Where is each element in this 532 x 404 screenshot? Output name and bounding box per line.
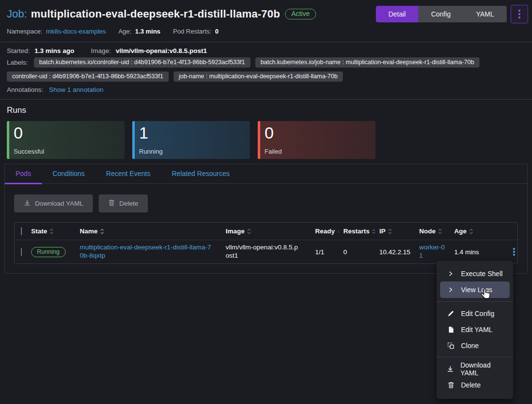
failed-count: 0 — [265, 124, 370, 142]
menu-divider — [437, 357, 513, 357]
tab-recent-events[interactable]: Recent Events — [95, 164, 161, 184]
delete-button[interactable]: Delete — [99, 194, 148, 212]
image-field: Image: vllm/vllm-openai:v0.8.5.post1 — [91, 47, 207, 54]
status-badge: Active — [285, 9, 316, 19]
sort-icon — [372, 228, 375, 234]
running-count: 1 — [139, 124, 244, 142]
tab-bar: Pods Conditions Recent Events Related Re… — [5, 164, 527, 184]
download-yaml-button[interactable]: Download YAML — [14, 194, 93, 212]
labels-caption: Labels: — [7, 59, 28, 66]
namespace-link[interactable]: mk8s-docs-examples — [46, 28, 106, 35]
pod-age: 1.4 mins — [452, 248, 490, 256]
pod-restarts-meta: Pod Restarts: 0 — [173, 28, 219, 35]
bulk-actions-toolbar: Download YAML Delete — [14, 194, 518, 212]
menu-item-clone[interactable]: Clone — [437, 337, 513, 353]
file-icon — [447, 326, 455, 333]
pencil-icon — [447, 310, 455, 317]
card-accent-bar — [132, 121, 135, 159]
column-header-restarts[interactable]: Restarts — [343, 228, 375, 235]
show-annotation-link[interactable]: Show 1 annotation — [49, 86, 104, 93]
row-checkbox[interactable] — [21, 248, 22, 256]
download-icon — [24, 199, 31, 208]
chevron-right-icon — [447, 287, 455, 293]
card-accent-bar — [258, 121, 260, 159]
labels-row: Labels: batch.kubernetes.io/controller-u… — [7, 57, 525, 82]
pods-table: State Name Image Ready Restarts IP Node … — [14, 222, 518, 264]
annotations-caption: Annotations: — [7, 86, 43, 93]
detail-block: Started: 1.3 mins ago Image: vllm/vllm-o… — [0, 42, 532, 99]
label-chip: job-name : multiplication-eval-deepseek-… — [174, 71, 343, 82]
page-header: Job: multiplication-eval-deepseek-r1-dis… — [0, 0, 532, 23]
pod-ip: 10.42.2.15 — [377, 248, 417, 256]
successful-count: 0 — [14, 124, 119, 142]
sort-icon — [100, 228, 104, 234]
runs-cards: 0 Successful 1 Running 0 Failed — [7, 121, 525, 159]
pod-ready: 1/1 — [313, 248, 341, 256]
started-image-row: Started: 1.3 mins ago Image: vllm/vllm-o… — [7, 47, 525, 54]
tab-conditions[interactable]: Conditions — [42, 164, 95, 184]
failed-runs-card: 0 Failed — [258, 121, 375, 159]
namespace-meta: Namespace: mk8s-docs-examples — [7, 28, 106, 35]
label-chip: batch.kubernetes.io/controller-uid : d4b… — [34, 57, 250, 68]
label-chip: controller-uid : d4b91906-b7e1-4f13-86bb… — [7, 71, 169, 82]
table-header-row: State Name Image Ready Restarts IP Node … — [15, 223, 517, 240]
sort-icon — [247, 228, 251, 234]
tab-pods[interactable]: Pods — [5, 164, 42, 184]
menu-item-edit-yaml[interactable]: Edit YAML — [437, 321, 513, 337]
started-field: Started: 1.3 mins ago — [7, 47, 74, 54]
column-header-age[interactable]: Age — [454, 228, 488, 235]
label-chip: batch.kubernetes.io/job-name : multiplic… — [255, 57, 479, 68]
menu-item-edit-config[interactable]: Edit Config — [437, 305, 513, 321]
column-header-name[interactable]: Name — [80, 228, 222, 235]
download-icon — [447, 366, 454, 372]
pod-name-link[interactable]: multiplication-eval-deepseek-r1-distill-… — [80, 244, 211, 259]
chevron-right-icon — [447, 271, 455, 277]
config-view-button[interactable]: Config — [418, 6, 463, 22]
menu-divider — [437, 301, 513, 302]
clone-icon — [447, 342, 455, 349]
pods-tab-content: Download YAML Delete State Name Image Re… — [5, 184, 527, 264]
menu-item-view-logs[interactable]: View Logs — [440, 281, 510, 298]
page-title: Job: multiplication-eval-deepseek-r1-dis… — [7, 8, 280, 20]
kebab-icon — [513, 248, 515, 250]
column-header-image[interactable]: Image — [226, 228, 311, 235]
column-header-node[interactable]: Node — [419, 228, 450, 235]
column-header-state[interactable]: State — [31, 228, 76, 235]
header-meta-row: Namespace: mk8s-docs-examples Age: 1.3 m… — [0, 23, 532, 35]
sort-icon — [469, 228, 473, 234]
resource-name: multiplication-eval-deepseek-r1-distill-… — [31, 8, 280, 20]
trash-icon — [108, 199, 115, 208]
sort-icon — [50, 228, 53, 234]
select-all-checkbox[interactable] — [21, 227, 22, 235]
row-context-menu: Execute Shell View Logs Edit Config — [436, 260, 514, 399]
age-meta: Age: 1.3 mins — [118, 28, 160, 35]
menu-item-download-yaml[interactable]: Download YAML — [437, 361, 513, 377]
kebab-icon — [518, 10, 520, 12]
successful-runs-card: 0 Successful — [7, 121, 124, 159]
sort-icon — [337, 228, 339, 234]
annotations-row: Annotations: Show 1 annotation — [7, 86, 525, 93]
header-actions-menu-button[interactable] — [511, 5, 528, 23]
yaml-view-button[interactable]: YAML — [463, 6, 507, 22]
card-accent-bar — [7, 121, 9, 159]
trash-icon — [447, 382, 455, 388]
job-detail-page: Job: multiplication-eval-deepseek-r1-dis… — [0, 0, 532, 404]
runs-section: Runs 0 Successful 1 Running 0 Failed — [0, 100, 532, 159]
running-runs-card: 1 Running — [132, 121, 250, 159]
menu-item-delete[interactable]: Delete — [437, 377, 513, 393]
menu-item-execute-shell[interactable]: Execute Shell — [437, 265, 513, 281]
pod-node-link[interactable]: worker-01 — [419, 244, 447, 260]
sort-icon — [438, 228, 442, 234]
column-header-ready[interactable]: Ready — [315, 228, 339, 235]
resource-kind-label: Job: — [7, 8, 27, 20]
pod-image: vllm/vllm-openai:v0.8.5.post1 — [226, 244, 298, 259]
column-header-ip[interactable]: IP — [379, 228, 415, 235]
pod-state-badge: Running — [31, 247, 66, 257]
view-switcher: Detail Config YAML — [376, 6, 507, 22]
tab-related-resources[interactable]: Related Resources — [161, 164, 240, 184]
row-actions-menu-button[interactable] — [509, 246, 518, 257]
tab-panel: Pods Conditions Recent Events Related Re… — [4, 164, 528, 274]
sort-icon — [388, 228, 392, 234]
detail-view-button[interactable]: Detail — [376, 6, 419, 22]
runs-heading: Runs — [7, 105, 525, 115]
